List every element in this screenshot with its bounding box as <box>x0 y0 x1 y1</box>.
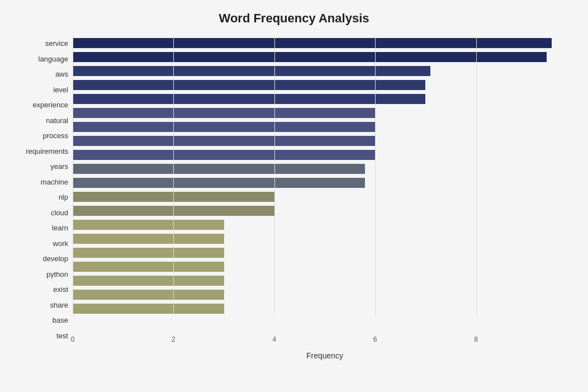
bar <box>73 38 552 48</box>
y-label: process <box>11 129 73 143</box>
y-label: experience <box>11 98 73 112</box>
grid-line <box>274 36 275 315</box>
bar-row <box>73 261 577 273</box>
bar <box>73 304 224 314</box>
bar-row <box>73 65 577 77</box>
bar <box>73 290 224 300</box>
y-label: work <box>11 236 73 251</box>
chart-area: servicelanguageawslevelexperiencenatural… <box>11 36 577 360</box>
bar-row <box>73 37 577 49</box>
grid-line <box>375 36 376 315</box>
y-label: cloud <box>11 205 73 220</box>
bar-row <box>73 107 577 119</box>
bar <box>73 150 375 160</box>
bar <box>73 108 375 118</box>
y-label: service <box>11 36 73 51</box>
bar-row <box>73 163 577 175</box>
bar-row <box>73 191 577 203</box>
x-axis: 02468 <box>73 333 577 350</box>
bar-row <box>73 135 577 147</box>
bar <box>73 262 224 272</box>
y-label: aws <box>11 67 73 82</box>
bar <box>73 122 375 132</box>
x-tick-label: 4 <box>272 336 276 343</box>
bar-row <box>73 121 577 133</box>
bars-and-xaxis: 02468 Frequency <box>73 36 577 360</box>
y-axis: servicelanguageawslevelexperiencenatural… <box>11 36 73 360</box>
x-axis-label: Frequency <box>73 351 577 360</box>
grid-line <box>173 36 174 315</box>
y-label: language <box>11 51 73 66</box>
bar <box>73 66 430 76</box>
x-tick-label: 2 <box>172 336 176 343</box>
bar-row <box>73 149 577 161</box>
y-label: level <box>11 82 73 97</box>
bars-area <box>73 36 577 332</box>
bar-row <box>73 219 577 231</box>
grid-line <box>476 36 477 315</box>
bar-row <box>73 233 577 245</box>
bar-row <box>73 303 577 315</box>
y-label: requirements <box>11 144 73 158</box>
bar <box>73 248 224 258</box>
bar-row <box>73 275 577 287</box>
bar-row <box>73 51 577 63</box>
y-label: exist <box>11 282 73 297</box>
y-label: learn <box>11 221 73 235</box>
y-label: years <box>11 159 73 174</box>
y-label: python <box>11 267 73 281</box>
bar <box>73 178 365 188</box>
bar-row <box>73 79 577 91</box>
bar <box>73 276 224 286</box>
bar-row <box>73 289 577 301</box>
bar <box>73 164 365 174</box>
bar <box>73 94 425 104</box>
bar-row <box>73 93 577 105</box>
y-label: natural <box>11 113 73 127</box>
y-label: nlp <box>11 190 73 205</box>
chart-title: Word Frequency Analysis <box>11 11 577 26</box>
bar <box>73 220 224 230</box>
x-tick-label: 6 <box>373 336 377 343</box>
y-label: test <box>11 328 73 343</box>
bar-row <box>73 205 577 217</box>
y-label: share <box>11 297 73 312</box>
x-tick-label: 0 <box>71 336 75 343</box>
bar <box>73 136 375 146</box>
bar-row <box>73 247 577 259</box>
bar <box>73 234 224 244</box>
y-label: develop <box>11 252 73 266</box>
bar-row <box>73 177 577 189</box>
bar <box>73 80 425 90</box>
grid-line <box>73 36 73 315</box>
y-label: base <box>11 313 73 328</box>
y-label: machine <box>11 174 73 189</box>
x-tick-label: 8 <box>474 336 478 343</box>
chart-container: Word Frequency Analysis servicelanguagea… <box>0 0 588 392</box>
